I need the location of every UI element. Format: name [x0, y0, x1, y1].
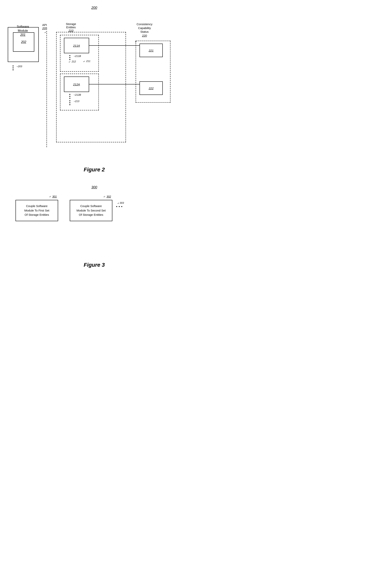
inner-box-202: 202 — [13, 32, 34, 52]
api-label: API 205 — [42, 23, 47, 30]
dots-211B — [69, 55, 70, 60]
ccs-line3: Status — [141, 30, 149, 33]
storage-line2: Entities — [66, 25, 76, 29]
ref-211B: 211B — [75, 55, 81, 58]
storage-line1: Storage — [66, 22, 76, 25]
storage-entities-label: Storage Entities 210 — [66, 22, 76, 32]
step-302-box: ⤶ 302 Couple Software Module To Second S… — [70, 200, 112, 221]
software-module-box: 202 — [8, 27, 39, 62]
page: 200 Software Module 201 202 ~203 API 205… — [0, 0, 188, 278]
ccs-ref-220: 220 — [142, 34, 147, 37]
label-213: ~213 — [74, 100, 79, 103]
arrow-212-indicator: ⤶ — [68, 60, 71, 63]
step302-text: Couple Software Module To Second Set Of … — [77, 204, 106, 217]
fig2-top-label: 200 — [0, 6, 188, 10]
step302-ref-area: ⤶ 302 — [103, 195, 111, 199]
ref-302: 302 — [106, 195, 111, 198]
label-211-ref: 211 — [86, 60, 91, 63]
ccs-label: Consistency Capability Status 220 — [137, 22, 153, 37]
figure3-section: 300 ⤶ 301 Couple Software Module To Firs… — [0, 184, 188, 268]
fig3-top-label: 300 — [0, 185, 188, 189]
ccs-line1: Consistency — [137, 23, 153, 26]
step301-ref-area: ⤶ 301 — [49, 195, 57, 199]
figure2-diagram: 200 Software Module 201 202 ~203 API 205… — [0, 4, 188, 163]
box-211A: 211A — [64, 38, 89, 53]
ref-303: 303 — [120, 201, 124, 204]
dots-203 — [12, 66, 13, 70]
api-dashed-line — [47, 31, 47, 147]
box-222: 222 — [140, 81, 163, 95]
ref-222: 222 — [149, 87, 153, 90]
arrow-303-indicator: ⤶ — [117, 202, 119, 205]
ref-221: 221 — [149, 49, 153, 52]
dots-303 — [116, 206, 122, 207]
label-303: 303 — [120, 201, 124, 204]
ref-211A: 211A — [73, 44, 80, 47]
figure3-diagram: 300 ⤶ 301 Couple Software Module To Firs… — [0, 184, 188, 258]
api-arrow-indicator: ⤶ — [44, 31, 46, 34]
ref-212: 212 — [72, 60, 76, 63]
box-212A: 212A — [64, 77, 89, 92]
step302-line1: Couple Software — [80, 204, 102, 208]
dots-212B — [69, 94, 70, 99]
ccs-line2: Capability — [138, 26, 151, 30]
connector-211A-to-221 — [89, 45, 140, 46]
step301-line1: Couple Software — [26, 204, 48, 208]
step302-line2: Module To Second Set — [77, 209, 106, 212]
api-ref-205: 205 — [42, 26, 47, 30]
label-211B: ~211B — [74, 55, 81, 58]
step301-line2: Module To First Set — [24, 209, 49, 212]
label-212B: ~212B — [74, 93, 81, 96]
box-221: 221 — [140, 44, 163, 57]
label-203: ~203 — [16, 65, 22, 68]
label-212-ref: 212 — [72, 60, 76, 63]
ref-203: 203 — [18, 65, 22, 68]
ref-212B: 212B — [75, 93, 81, 96]
api-text: API — [42, 23, 47, 26]
dots-213 — [69, 100, 70, 105]
step301-line3: Of Storage Entities — [25, 213, 49, 216]
figure2-caption: Figure 2 — [0, 167, 188, 173]
ref-202: 202 — [21, 40, 26, 44]
ref-211: 211 — [86, 60, 91, 63]
step-301-box: ⤶ 301 Couple Software Module To First Se… — [15, 200, 58, 221]
ref-212A: 212A — [73, 83, 80, 86]
step302-line3: Of Storage Entities — [79, 213, 103, 216]
storage-ref-210: 210 — [69, 29, 73, 32]
arrow-211-indicator: ⤶ — [83, 60, 85, 63]
connector-212A-to-222 — [89, 84, 140, 84]
ref-213: 213 — [75, 100, 79, 103]
step301-text: Couple Software Module To First Set Of S… — [24, 204, 49, 217]
ref-301: 301 — [52, 195, 57, 198]
figure3-caption: Figure 3 — [0, 262, 188, 268]
